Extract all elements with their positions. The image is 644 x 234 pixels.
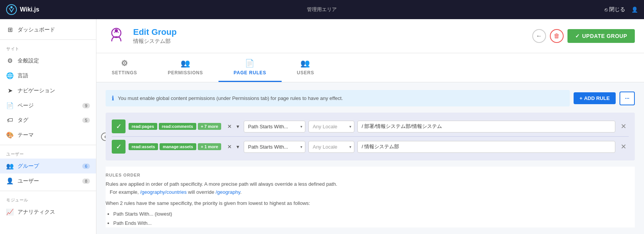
user-icon: 👤 (6, 177, 14, 185)
user-icon: 👤 (631, 7, 638, 13)
trash-icon: 🗑 (554, 33, 560, 39)
sidebar-item-groups[interactable]: 👥 グループ 6 (0, 159, 96, 173)
delete-button[interactable]: 🗑 (550, 29, 564, 43)
page-header: Edit Group 情報システム部 ← 🗑 ✓ UPDATE GROUP (96, 19, 644, 53)
rule-check-1[interactable]: ✓ (112, 119, 126, 133)
locale-select-2[interactable]: Any Locale (308, 141, 354, 153)
rule-check-2[interactable]: ✓ (112, 140, 126, 154)
tag-manage-assets: manage:assets (160, 143, 196, 150)
path-input-2[interactable] (357, 141, 615, 153)
sidebar-item-label: タグ (18, 117, 28, 124)
tab-users-label: USERS (297, 70, 314, 75)
path-input-1[interactable] (357, 121, 615, 133)
check-icon: ✓ (575, 33, 580, 39)
link-geography[interactable]: /geography (216, 189, 240, 195)
update-group-button[interactable]: ✓ UPDATE GROUP (567, 29, 635, 43)
locale-wrapper-1: Any Locale (308, 121, 354, 133)
rule-tags-2: read:assets manage:assets + 1 more (129, 143, 221, 150)
rules-order-para2: When 2 rules have the same specificity, … (106, 200, 635, 208)
tab-settings-label: SETTINGS (112, 70, 137, 75)
path-match-wrapper-2: Path Starts With... Path Ends With... Pa… (244, 141, 305, 153)
sidebar-section-user: ユーザー (0, 147, 96, 159)
users-tab-icon: 👥 (300, 59, 310, 68)
rule-remove-button-2[interactable]: ✕ (618, 142, 629, 152)
pages-badge: 9 (82, 103, 90, 108)
svg-point-1 (10, 6, 13, 8)
rules-order-list: Path Starts With... (lowest) Path Ends W… (106, 209, 635, 227)
sidebar-section-module: モジュール (0, 193, 96, 205)
sidebar-item-label: ユーザー (18, 178, 39, 185)
info-banner: ℹ You must enable global content permiss… (106, 90, 570, 106)
add-rule-button[interactable]: + ADD RULE (574, 92, 616, 104)
sidebar-item-tags[interactable]: 🏷 タグ 5 (0, 113, 96, 128)
tab-permissions-label: PERMISSIONS (168, 70, 203, 75)
locale-select-1[interactable]: Any Locale (308, 121, 354, 133)
nav-icon: ➤ (6, 87, 14, 94)
exit-button[interactable]: ⎋ 閉じる (605, 6, 625, 13)
sidebar-item-themes[interactable]: 🎨 テーマ (0, 128, 96, 142)
tag-read-pages: read:pages (129, 123, 157, 130)
content-area: Edit Group 情報システム部 ← 🗑 ✓ UPDATE GROUP ⚙ (96, 19, 644, 234)
page-icon: 📄 (6, 102, 14, 109)
link-geography-countries[interactable]: /geography/countries (140, 189, 186, 195)
rule-clear-button-2[interactable]: ✕ (226, 143, 233, 151)
svg-point-0 (7, 5, 16, 15)
info-icon: ℹ (112, 95, 114, 102)
exit-label: 閉じる (609, 6, 625, 13)
sidebar-item-label: テーマ (18, 132, 34, 139)
rule-tags-1: read:pages read:comments + 7 more (129, 123, 221, 130)
app-title: Wiki.js (20, 6, 39, 13)
locale-wrapper-2: Any Locale (308, 141, 354, 153)
tag-read-assets: read:assets (129, 143, 158, 150)
more-button[interactable]: ··· (620, 92, 635, 105)
info-text: You must enable global content permissio… (118, 95, 343, 101)
sidebar-item-label: 言語 (18, 72, 28, 79)
rule-dropdown-button-1[interactable]: ▾ (235, 123, 241, 130)
groups-badge: 6 (82, 164, 90, 169)
ellipsis-icon: ··· (625, 95, 629, 101)
analytics-icon: 📈 (6, 208, 14, 216)
user-button[interactable]: 👤 (631, 7, 638, 13)
path-match-select-2[interactable]: Path Starts With... Path Ends With... Pa… (244, 141, 305, 153)
globe-icon: 🌐 (6, 72, 14, 79)
sidebar-item-language[interactable]: 🌐 言語 (0, 68, 96, 83)
page-title: Edit Group (133, 27, 177, 37)
sidebar-item-users[interactable]: 👤 ユーザー 8 (0, 173, 96, 188)
rule-dropdown-button-2[interactable]: ▾ (235, 143, 241, 151)
rule-controls-1: ✕ ▾ (226, 123, 241, 130)
sidebar-item-analytics[interactable]: 📈 アナリティクス (0, 205, 96, 219)
path-match-wrapper-1: Path Starts With... Path Ends With... Pa… (244, 121, 305, 133)
tab-users[interactable]: 👥 USERS (282, 53, 329, 82)
app-logo: Wiki.js (6, 4, 39, 15)
tab-permissions[interactable]: 👥 PERMISSIONS (152, 53, 218, 82)
sidebar-item-label: ダッシュボード (18, 26, 55, 33)
tab-page-rules[interactable]: 📄 PAGE RULES (218, 53, 282, 82)
back-button[interactable]: ← (532, 29, 546, 43)
theme-icon: 🎨 (6, 131, 14, 139)
rules-order-title: RULES ORDER (106, 173, 635, 177)
page-subtitle: 情報システム部 (133, 38, 177, 45)
rule-remove-button-1[interactable]: ✕ (618, 121, 629, 131)
back-icon: ← (536, 33, 542, 39)
sidebar-item-label: グループ (18, 163, 39, 170)
tag-extra-1: + 7 more (198, 123, 222, 130)
tab-pagerules-label: PAGE RULES (234, 70, 266, 75)
tab-settings[interactable]: ⚙ SETTINGS (96, 53, 152, 82)
settings-icon: ⚙ (121, 59, 128, 68)
tag-extra-2: + 1 more (198, 143, 222, 150)
rule-controls-2: ✕ ▾ (226, 143, 241, 151)
sidebar-item-pages[interactable]: 📄 ページ 9 (0, 98, 96, 113)
path-match-select-1[interactable]: Path Starts With... Path Ends With... Pa… (244, 121, 305, 133)
gear-icon: ⚙ (6, 57, 14, 64)
main-content: ℹ You must enable global content permiss… (96, 82, 644, 234)
sidebar-item-label: ページ (18, 102, 34, 109)
sidebar-item-dashboard[interactable]: ⊞ ダッシュボード (0, 22, 96, 37)
plus-icon: + (580, 95, 583, 101)
rule-clear-button-1[interactable]: ✕ (226, 123, 233, 130)
rules-order-para1-example: For example, /geography/countries will o… (106, 189, 241, 195)
rules-order-text: Rules are applied in order of path speci… (106, 180, 635, 196)
rule-row: ✓ read:assets manage:assets + 1 more ✕ ▾ (112, 136, 629, 157)
sidebar-item-navigation[interactable]: ➤ ナビゲーション (0, 83, 96, 98)
sidebar-item-general[interactable]: ⚙ 全般設定 (0, 53, 96, 68)
permissions-icon: 👥 (181, 59, 191, 68)
